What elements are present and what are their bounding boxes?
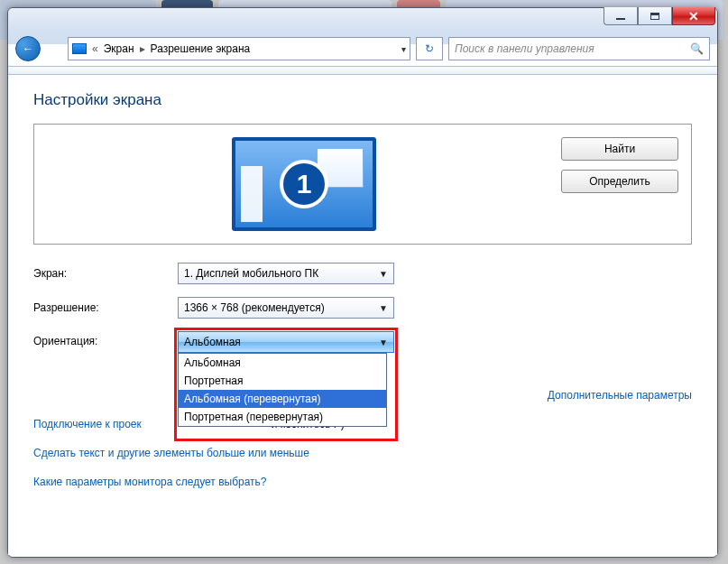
resolution-label: Разрешение: [33,301,178,314]
resolution-combo[interactable]: 1366 × 768 (рекомендуется) ▼ [178,297,394,319]
titlebar[interactable]: ✕ [8,8,717,33]
breadcrumb-address[interactable]: « Экран ▸ Разрешение экрана ▾ [68,37,410,60]
display-combo[interactable]: 1. Дисплей мобильного ПК ▼ [178,263,394,284]
chevron-right-icon: ▸ [140,42,145,55]
close-icon: ✕ [688,9,699,23]
resolution-combo-value: 1366 × 768 (рекомендуется) [184,301,325,314]
toolbar [8,66,717,75]
page-title: Настройки экрана [33,91,692,109]
monitor-preview[interactable]: 1 [47,137,561,231]
display-icon [72,43,87,54]
search-input[interactable]: Поиск в панели управления 🔍 [448,37,710,60]
text-size-link[interactable]: Сделать текст и другие элементы больше и… [33,447,692,459]
maximize-icon [650,13,659,20]
nav-back-button[interactable]: ← [15,36,41,61]
search-icon: 🔍 [690,42,704,55]
display-label: Экран: [33,267,178,280]
content-area: Настройки экрана 1 Найти Определить Экра… [8,75,717,555]
refresh-button[interactable]: ↻ [416,37,443,60]
orientation-option-landscape-flipped[interactable]: Альбомная (перевернутая) [179,390,386,408]
nav-forward-button: → [37,36,62,61]
control-panel-window: ✕ ← → « Экран ▸ Разрешение экрана ▾ ↻ По… [7,7,718,558]
display-combo-value: 1. Дисплей мобильного ПК [184,267,318,280]
advanced-settings-link[interactable]: Дополнительные параметры [548,389,692,402]
search-placeholder: Поиск в панели управления [455,42,594,55]
navbar: ← → « Экран ▸ Разрешение экрана ▾ ↻ Поис… [15,33,710,64]
arrow-right-icon: → [44,42,55,55]
address-dropdown-icon[interactable]: ▾ [401,44,406,54]
find-button[interactable]: Найти [561,137,678,161]
orientation-option-portrait-flipped[interactable]: Портретная (перевернутая) [179,408,386,426]
orientation-label: Ориентация: [33,331,178,347]
orientation-combo-value: Альбомная [184,336,241,348]
which-monitor-link[interactable]: Какие параметры монитора следует выбрать… [33,476,692,488]
chevron-down-icon: ▼ [379,337,388,347]
orientation-dropdown: Альбомная Портретная Альбомная (переверн… [178,353,387,427]
minimize-button[interactable] [604,7,638,25]
monitor-number-badge: 1 [280,160,328,208]
arrow-left-icon: ← [23,42,33,55]
close-button[interactable]: ✕ [672,7,715,25]
identify-button[interactable]: Определить [561,170,678,193]
monitor-panel: 1 Найти Определить [33,124,692,245]
chevron-down-icon: ▼ [379,303,388,313]
monitor-thumbnail[interactable]: 1 [232,137,376,231]
chevron-down-icon: ▼ [379,269,388,279]
minimize-icon [616,18,625,20]
breadcrumb-root[interactable]: Экран [104,42,134,55]
orientation-option-portrait[interactable]: Портретная [179,372,386,390]
breadcrumb-current[interactable]: Разрешение экрана [151,42,251,55]
orientation-combo[interactable]: Альбомная ▼ [178,331,394,353]
refresh-icon: ↻ [425,42,434,55]
breadcrumb-prefix-chevrons: « [92,42,98,55]
maximize-button[interactable] [638,7,672,25]
orientation-option-landscape[interactable]: Альбомная [179,354,386,372]
